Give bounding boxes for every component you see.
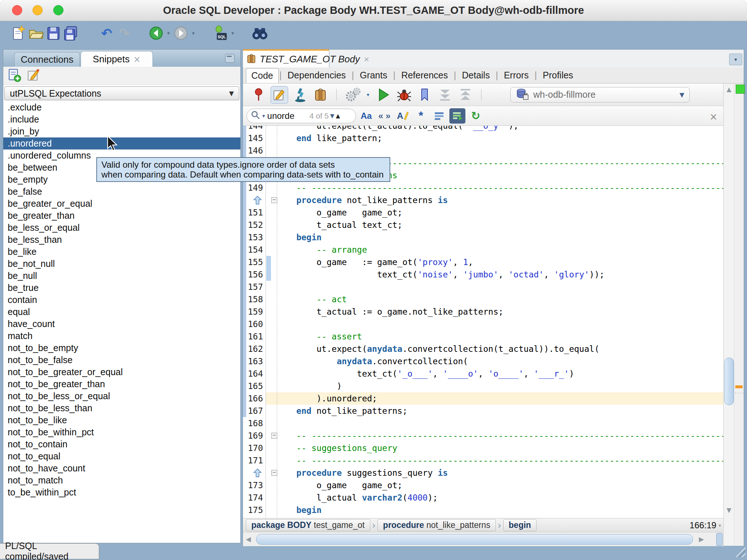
code-line[interactable]: − procedure suggestions_query is bbox=[243, 467, 723, 479]
previous-match-icon[interactable]: ▼ bbox=[330, 113, 334, 119]
breadcrumb-segment[interactable]: package BODY test_game_ot bbox=[246, 519, 370, 531]
incremental-list-button[interactable] bbox=[449, 108, 465, 124]
save-all-icon[interactable] bbox=[62, 24, 80, 42]
breadcrumb-segment[interactable]: procedure not_like_patterns bbox=[378, 519, 496, 531]
code-line[interactable]: 166 ).unordered; bbox=[243, 392, 723, 405]
snippet-item[interactable]: not_to_be_greater_or_equal bbox=[3, 366, 240, 378]
snippet-item[interactable]: have_count bbox=[3, 318, 240, 330]
snippet-item[interactable]: not_to_be_less_than bbox=[3, 402, 240, 414]
code-line[interactable]: 165 ) bbox=[243, 380, 723, 392]
snippet-item[interactable]: not_to_contain bbox=[3, 438, 240, 450]
code-line[interactable]: 156 text_ct('noise', 'jumbo', 'octad', '… bbox=[243, 268, 723, 281]
procedure-up-arrow-icon[interactable] bbox=[253, 468, 262, 479]
edit-mode-button[interactable] bbox=[271, 86, 288, 104]
match-case-button[interactable]: Aa bbox=[358, 108, 374, 124]
snippet-category-dropdown[interactable]: utPLSQL Expectations ▼ bbox=[4, 86, 239, 100]
debug-bug-icon[interactable] bbox=[396, 86, 413, 104]
wrap-search-icon[interactable]: ↻ bbox=[468, 108, 484, 124]
code-line[interactable]: 149 -- ---------------------------------… bbox=[243, 182, 723, 194]
snippet-item[interactable]: be_not_null bbox=[3, 258, 240, 270]
snippet-item[interactable]: to_be_within_pct bbox=[3, 486, 240, 498]
highlight-occurrences-button[interactable]: A bbox=[395, 108, 411, 124]
package-body-icon[interactable] bbox=[312, 86, 329, 104]
snippet-item[interactable]: .exclude bbox=[3, 101, 240, 113]
subtab-references[interactable]: References bbox=[396, 68, 453, 82]
tab-connections[interactable]: Connections bbox=[14, 52, 80, 67]
code-line[interactable]: 162 ut.expect(anydata.convertcollection(… bbox=[243, 343, 723, 355]
code-line[interactable]: 144 ut.expect(t_actual).to_equal( '__o_y… bbox=[243, 126, 723, 132]
forward-icon[interactable] bbox=[172, 24, 190, 42]
code-line[interactable]: 175 begin bbox=[243, 504, 723, 516]
snippet-item[interactable]: not_to_be_like bbox=[3, 414, 240, 426]
redo-icon[interactable]: ↷ bbox=[115, 24, 133, 42]
no-errors-indicator[interactable] bbox=[736, 85, 745, 94]
code-line[interactable]: − procedure not_like_patterns is bbox=[243, 194, 723, 206]
snippet-item[interactable]: not_to_be_empty bbox=[3, 342, 240, 354]
overview-warning-mark[interactable] bbox=[735, 385, 743, 388]
snippet-item[interactable]: not_to_equal bbox=[3, 450, 240, 462]
snippet-item[interactable]: not_to_match bbox=[3, 474, 240, 486]
snippet-item[interactable]: not_to_be_greater_than bbox=[3, 378, 240, 390]
scroll-right-icon[interactable]: ▶ bbox=[699, 535, 704, 543]
code-line[interactable]: 174 l_actual varchar2(4000); bbox=[243, 491, 723, 504]
run-icon[interactable] bbox=[375, 86, 392, 104]
new-file-icon[interactable] bbox=[9, 24, 27, 42]
skip-to-next-icon[interactable] bbox=[437, 86, 453, 104]
snippet-item[interactable]: be_greater_or_equal bbox=[3, 198, 240, 210]
open-file-icon[interactable] bbox=[27, 24, 44, 42]
code-line[interactable]: 171 -- ---------------------------------… bbox=[243, 454, 723, 467]
snippet-item[interactable]: be_greater_than bbox=[3, 210, 240, 222]
regex-button[interactable]: * bbox=[413, 108, 429, 124]
snippet-item[interactable]: not_to_be_less_or_equal bbox=[3, 390, 240, 402]
resize-grip-icon[interactable] bbox=[734, 545, 746, 559]
code-line[interactable]: 151 o_game game_ot; bbox=[243, 206, 723, 219]
code-line[interactable]: 145 end like_pattern; bbox=[243, 132, 723, 144]
add-snippet-icon[interactable] bbox=[8, 68, 22, 84]
pin-icon[interactable] bbox=[250, 86, 267, 104]
subtab-grants[interactable]: Grants bbox=[355, 68, 392, 82]
close-find-bar-icon[interactable]: × bbox=[709, 111, 717, 122]
panel-minimize-icon[interactable] bbox=[225, 54, 235, 63]
snippet-item[interactable]: match bbox=[3, 330, 240, 342]
code-line[interactable]: 164 text_ct('_o___', '____o', 'o____', '… bbox=[243, 368, 723, 380]
code-line[interactable]: 153 begin bbox=[243, 231, 723, 244]
search-input[interactable] bbox=[267, 110, 308, 121]
scroll-left-icon[interactable]: ◀ bbox=[246, 535, 251, 543]
bookmark-icon[interactable] bbox=[416, 86, 433, 104]
snippet-item[interactable]: be_less_or_equal bbox=[3, 222, 240, 234]
snippet-item[interactable]: be_true bbox=[3, 282, 240, 294]
snippet-item[interactable]: not_to_be_false bbox=[3, 354, 240, 366]
back-icon[interactable] bbox=[147, 24, 165, 42]
subtab-code[interactable]: Code bbox=[246, 68, 279, 83]
close-tab-icon[interactable]: × bbox=[133, 54, 141, 65]
breadcrumb-segment[interactable]: begin bbox=[503, 519, 537, 531]
document-tab[interactable]: TEST_GAME_OT Body × bbox=[243, 49, 329, 67]
snippet-item[interactable]: be_false bbox=[3, 186, 240, 198]
snippet-item[interactable]: .unordered bbox=[3, 137, 240, 149]
subtab-dependencies[interactable]: Dependencies bbox=[282, 68, 351, 82]
undo-icon[interactable]: ↶ bbox=[98, 24, 115, 42]
forward-dropdown-icon[interactable]: ▾ bbox=[190, 30, 197, 36]
code-line[interactable]: 146 bbox=[243, 144, 723, 157]
code-line[interactable]: 157 bbox=[243, 281, 723, 293]
code-line[interactable]: 170 -- suggestions_query bbox=[243, 442, 723, 454]
code-line[interactable]: 161 -- assert bbox=[243, 330, 723, 343]
code-line[interactable]: 159 t_actual := o_game.not_like_patterns… bbox=[243, 306, 723, 318]
snippet-item[interactable]: be_less_than bbox=[3, 234, 240, 246]
compile-gears-icon[interactable] bbox=[344, 86, 361, 104]
run-sql-dropdown-icon[interactable]: ▾ bbox=[229, 30, 236, 36]
snippet-item[interactable]: be_like bbox=[3, 246, 240, 258]
search-binoculars-icon[interactable] bbox=[251, 24, 268, 42]
code-line[interactable]: 155 o_game := game_ot('proxy', 1, bbox=[243, 256, 723, 268]
code-editor[interactable]: 144 ut.expect(t_actual).to_equal( '__o_y… bbox=[243, 126, 723, 518]
code-line[interactable]: 163 anydata.convertcollection( bbox=[243, 355, 723, 368]
compile-dropdown-icon[interactable]: ▾ bbox=[364, 92, 372, 98]
procedure-up-arrow-icon[interactable] bbox=[253, 195, 262, 206]
profiler-microscope-icon[interactable] bbox=[292, 86, 309, 104]
snippet-item[interactable]: equal bbox=[3, 306, 240, 318]
scroll-up-icon[interactable]: ▲ bbox=[724, 86, 734, 93]
snippet-item[interactable]: not_to_have_count bbox=[3, 462, 240, 474]
search-field[interactable]: ▾ 4 of 5 ▼ ▲ bbox=[247, 109, 356, 123]
subtab-errors[interactable]: Errors bbox=[499, 68, 534, 82]
horizontal-scrollbar-thumb[interactable] bbox=[256, 534, 693, 545]
